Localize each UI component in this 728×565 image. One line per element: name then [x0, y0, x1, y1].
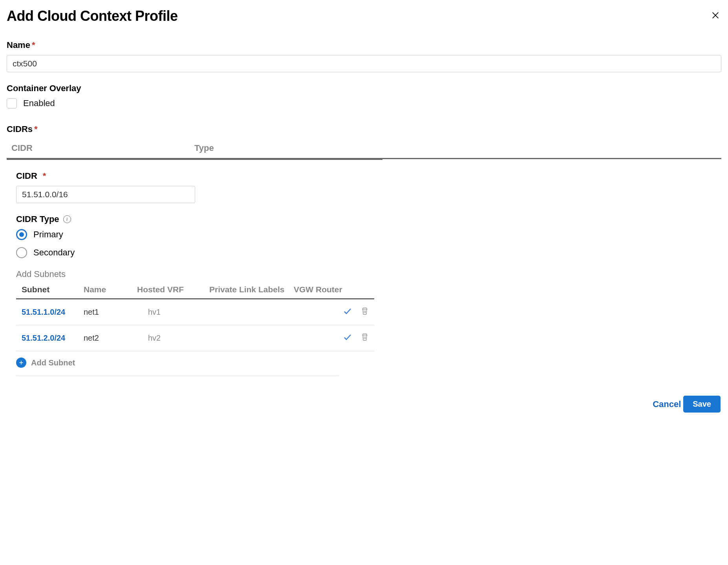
save-button[interactable]: Save	[683, 396, 721, 413]
row-actions	[343, 332, 369, 344]
cidrs-label: CIDRs*	[7, 124, 721, 134]
subnet-link[interactable]: 51.51.1.0/24	[22, 308, 84, 317]
delete-button[interactable]	[361, 307, 369, 317]
cidr-input[interactable]	[16, 186, 195, 203]
trash-icon	[361, 333, 369, 341]
confirm-button[interactable]	[343, 332, 352, 344]
dialog-header: Add Cloud Context Profile	[7, 8, 721, 24]
dialog-footer: Cancel Save	[7, 396, 721, 413]
add-subnets-title: Add Subnets	[16, 269, 721, 279]
radio-primary[interactable]	[16, 229, 27, 240]
subnet-name-cell: net1	[84, 308, 137, 317]
subnet-vrf-cell: hv2	[137, 334, 209, 343]
table-row: 51.51.2.0/24 net2 hv2	[16, 325, 374, 351]
delete-button[interactable]	[361, 333, 369, 343]
subnet-name-cell: net2	[84, 334, 137, 343]
cidr-field-label: CIDR*	[16, 171, 721, 181]
col-type: Type	[194, 143, 717, 153]
cancel-button[interactable]: Cancel	[651, 396, 682, 413]
cidrs-label-text: CIDRs	[7, 124, 33, 134]
table-row: 51.51.1.0/24 net1 hv1	[16, 299, 374, 325]
check-icon	[343, 332, 352, 342]
name-label-text: Name	[7, 40, 30, 50]
radio-primary-row[interactable]: Primary	[16, 229, 721, 240]
container-overlay-label: Container Overlay	[7, 83, 721, 94]
close-icon	[711, 11, 720, 20]
confirm-button[interactable]	[343, 306, 352, 318]
cidr-type-label-text: CIDR Type	[16, 214, 59, 224]
col-subnet-name: Name	[84, 285, 137, 294]
col-hosted-vrf: Hosted VRF	[137, 285, 209, 294]
close-button[interactable]	[710, 9, 721, 23]
subnet-link[interactable]: 51.51.2.0/24	[22, 334, 84, 343]
add-subnet-button[interactable]: Add Subnet	[16, 351, 339, 376]
name-group: Name*	[7, 40, 721, 72]
required-marker: *	[32, 40, 35, 50]
cidr-field-label-text: CIDR	[16, 171, 37, 181]
name-input[interactable]	[7, 55, 721, 72]
enabled-checkbox[interactable]	[7, 98, 17, 108]
subnets-header: Subnet Name Hosted VRF Private Link Labe…	[16, 282, 374, 299]
info-icon[interactable]: i	[63, 215, 71, 223]
add-subnet-label: Add Subnet	[31, 358, 75, 367]
enabled-label: Enabled	[23, 98, 55, 108]
radio-secondary-label: Secondary	[33, 248, 75, 258]
cidrs-header-row: CIDR Type	[7, 139, 721, 159]
col-vgw: VGW Router	[294, 285, 369, 294]
col-pll: Private Link Labels	[209, 285, 294, 294]
enabled-checkbox-row[interactable]: Enabled	[7, 98, 721, 108]
cidr-type-label: CIDR Type i	[16, 214, 721, 224]
page-title: Add Cloud Context Profile	[7, 8, 177, 24]
radio-secondary-row[interactable]: Secondary	[16, 247, 721, 258]
required-marker: *	[43, 171, 46, 181]
trash-icon	[361, 307, 369, 316]
cidr-input-group: CIDR*	[16, 171, 721, 203]
radio-primary-label: Primary	[33, 229, 63, 240]
check-icon	[343, 306, 352, 316]
subnets-table: Subnet Name Hosted VRF Private Link Labe…	[16, 282, 374, 351]
required-marker: *	[34, 124, 38, 134]
radio-secondary[interactable]	[16, 247, 27, 258]
name-label: Name*	[7, 40, 721, 50]
cidr-details: CIDR* CIDR Type i Primary Secondary Add …	[7, 160, 721, 376]
cidrs-section: CIDRs* CIDR Type CIDR* CIDR Type i Prima…	[7, 124, 721, 376]
container-overlay-group: Container Overlay Enabled	[7, 83, 721, 108]
subnet-vrf-cell: hv1	[137, 308, 209, 317]
cidr-type-group: CIDR Type i Primary Secondary	[16, 214, 721, 258]
col-cidr: CIDR	[11, 143, 194, 153]
cidr-type-radio-group: Primary Secondary	[16, 229, 721, 258]
row-actions	[343, 306, 369, 318]
plus-icon	[16, 358, 26, 368]
col-subnet: Subnet	[22, 285, 84, 294]
